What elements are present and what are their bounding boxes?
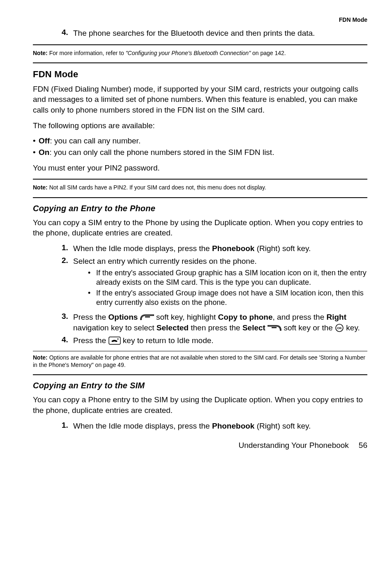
bold-text: Selected [157, 323, 189, 332]
list-item: Off: you can call any number. [33, 136, 367, 146]
step-number: 4. [62, 28, 73, 39]
svg-text:OK: OK [337, 326, 342, 330]
list-item: 3. Press the Options soft key, highlight… [62, 312, 367, 333]
text: Press the [73, 336, 108, 345]
note: Note: For more information, refer to "Co… [33, 49, 367, 57]
divider [33, 44, 367, 45]
text: key to return to Idle mode. [121, 336, 214, 345]
divider [33, 179, 367, 180]
bold-text: Copy to phone [218, 313, 273, 321]
option-name: Off [39, 136, 50, 145]
list-item: 1. When the Idle mode displays, press th… [62, 421, 367, 431]
divider [33, 197, 367, 198]
note-italic: "Configuring your Phone's Bluetooth Conn… [126, 50, 251, 56]
svg-rect-1 [272, 327, 277, 328]
steps-copy-to-sim: 1. When the Idle mode displays, press th… [33, 421, 367, 431]
step-text: Select an entry which currently resides … [73, 256, 367, 309]
note-text: For more information, refer to [48, 50, 126, 56]
note-label: Note: [33, 354, 48, 361]
list-item: 2. Select an entry which currently resid… [62, 256, 367, 309]
bold-text: Options [108, 313, 138, 321]
sub-bullet-list: If the entry's associated Group graphic … [73, 268, 367, 307]
paragraph: FDN (Fixed Dialing Number) mode, if supp… [33, 84, 367, 115]
heading-copy-to-phone: Copying an Entry to the Phone [33, 204, 367, 213]
text: , and press the [273, 313, 327, 321]
ok-key-icon: OK [335, 323, 344, 332]
divider [33, 374, 367, 375]
step-text: Press the Options soft key, highlight Co… [73, 312, 367, 333]
text: then press the [189, 323, 242, 332]
heading-copy-to-sim: Copying an Entry to the SIM [33, 381, 367, 390]
heading-fdn-mode: FDN Mode [33, 69, 367, 80]
steps-copy-to-phone: 1. When the Idle mode displays, press th… [33, 243, 367, 346]
text: navigation key to select [73, 323, 157, 332]
svg-point-5 [117, 339, 118, 340]
list-item: On: you can only call the phone numbers … [33, 147, 367, 158]
step-number: 1. [62, 243, 73, 254]
options-list: Off: you can call any number. On: you ca… [33, 136, 367, 157]
paragraph: The following options are available: [33, 120, 367, 131]
bold-text: Select [242, 323, 265, 332]
step-number: 1. [62, 421, 73, 431]
option-desc: : you can only call the phone numbers st… [49, 148, 274, 157]
running-header: FDN Mode [33, 16, 367, 23]
top-step-list: 4. The phone searches for the Bluetooth … [33, 28, 367, 39]
page-number: 56 [359, 441, 367, 450]
text: Press the [73, 313, 108, 321]
note-tail: on page 142. [251, 50, 286, 56]
list-item: 4. The phone searches for the Bluetooth … [62, 28, 367, 39]
note-text: Options are available for phone entries … [33, 354, 365, 368]
text: When the Idle mode displays, press the [73, 422, 212, 430]
step-text: When the Idle mode displays, press the P… [73, 243, 367, 254]
step-number: 2. [62, 256, 73, 309]
step-text: The phone searches for the Bluetooth dev… [73, 28, 367, 39]
page-footer: Understanding Your Phonebook56 [33, 441, 367, 450]
svg-rect-0 [145, 316, 150, 318]
list-item: If the entry's associated Group graphic … [88, 268, 367, 287]
text: (Right) soft key. [254, 422, 311, 430]
bold-text: Phonebook [212, 244, 254, 253]
paragraph: You must enter your PIN2 password. [33, 163, 367, 173]
bold-text: Phonebook [212, 422, 254, 430]
text: soft key or the [281, 323, 335, 332]
footer-section: Understanding Your Phonebook [239, 441, 349, 450]
note-text: Not all SIM cards have a PIN2. If your S… [48, 184, 266, 191]
list-item: 1. When the Idle mode displays, press th… [62, 243, 367, 254]
end-call-key-icon [108, 337, 121, 345]
step-text: Press the key to return to Idle mode. [73, 335, 367, 346]
option-desc: : you can call any number. [50, 136, 141, 145]
note-label: Note: [33, 50, 48, 56]
paragraph: You can copy a SIM entry to the Phone by… [33, 217, 367, 238]
step-text: When the Idle mode displays, press the P… [73, 421, 367, 431]
list-item: If the entry's associated Group image do… [88, 288, 367, 307]
note: Note: Options are available for phone en… [33, 354, 367, 369]
text: (Right) soft key. [254, 244, 311, 253]
divider [33, 351, 367, 351]
note: Note: Not all SIM cards have a PIN2. If … [33, 184, 367, 191]
list-item: 4. Press the key to return to Idle mode. [62, 335, 367, 346]
text: soft key, highlight [154, 313, 218, 321]
text: Select an entry which currently resides … [73, 257, 257, 265]
text: When the Idle mode displays, press the [73, 244, 212, 253]
step-number: 3. [62, 312, 73, 333]
note-label: Note: [33, 184, 48, 191]
text: key. [344, 323, 360, 332]
right-softkey-icon [267, 323, 281, 329]
option-name: On [39, 148, 49, 157]
step-number: 4. [62, 335, 73, 346]
paragraph: You can copy a Phone entry to the SIM by… [33, 394, 367, 415]
divider [33, 62, 367, 63]
bold-text: Right [327, 313, 347, 321]
left-softkey-icon [140, 312, 154, 318]
